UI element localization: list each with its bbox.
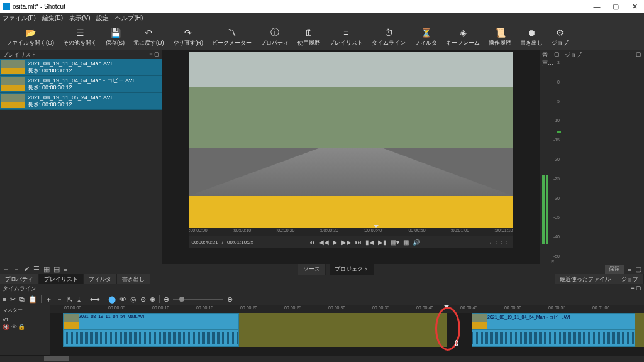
menu-help[interactable]: ヘルプ(H) [115,14,143,23]
tab-recent[interactable]: 最近使ったファイル [555,274,616,284]
rewind-icon[interactable]: ◀◀ [319,239,329,246]
track-v1[interactable]: V1 🔇 👁 🔒 [0,315,50,356]
play-icon[interactable]: ▶ [333,239,338,246]
timeline-clip-1-audio[interactable] [63,329,239,347]
toolbar-タイムライン[interactable]: ⏱タイムライン [368,26,409,48]
playlist-header: プレイリスト≡ ▢ [0,50,162,59]
next-icon[interactable]: ▶▮ [378,239,387,246]
menubar: ファイル(F) 編集(E) 表示(V) 設定 ヘルプ(H) [0,13,644,24]
split-icon[interactable]: ⟷ [90,295,100,304]
timeline-ruler[interactable]: :00:00:00:00:00:05:00:00:10:00:00:15:00:… [50,305,644,313]
scrub-icon[interactable]: 👁 [119,295,126,303]
preview-ruler[interactable]: :00:00:00:00:00:10:00:00:20:00:00:30:00:… [189,228,513,236]
panel-close-icon[interactable]: ▢ [554,51,560,58]
playlist-item[interactable]: 2021_08_19_11_05_24_Man.AVI長さ: 00:00:30:… [0,93,162,110]
cut-icon[interactable]: ✂ [10,295,16,304]
copy-icon[interactable]: ⧉ [19,295,25,304]
menu-file[interactable]: ファイル(F) [3,14,36,23]
add-icon[interactable]: ＋ [3,265,9,274]
mute-icon[interactable]: 🔇 [3,324,9,330]
timeline-gap-2[interactable] [635,313,644,347]
ripple-icon[interactable]: ◎ [130,295,136,304]
menu-edit[interactable]: 編集(E) [42,14,63,23]
toolbar-ピークメーター[interactable]: 〽ピークメーター [208,26,255,48]
prev-icon[interactable]: ▮◀ [365,239,374,246]
list-icon[interactable]: ☰ [33,265,40,273]
grid-icon[interactable]: ▦ [403,239,409,246]
toolbar-ファイルを開く(O)[interactable]: 📂ファイルを開く(O) [3,26,58,48]
check-icon[interactable]: ✔ [24,265,30,273]
menu-icon[interactable]: ≡ [3,295,6,303]
ripple-markers-icon[interactable]: ⊕ [150,295,155,304]
toolbar-フィルタ[interactable]: ⏳フィルタ [411,26,441,48]
timeline-clip-1[interactable]: 2021_08_19_11_04_54_Man.AVI [63,313,239,329]
timeline-clip-2-audio[interactable] [472,329,635,347]
toolbar-保存(S)[interactable]: 💾保存(S) [102,26,128,48]
zoom-timecode: -------- / --:--:--:-- [475,239,511,245]
zoom-in-icon[interactable]: ⊕ [227,295,233,304]
video-preview[interactable] [189,52,513,228]
menu-icon[interactable]: ≡ [64,265,67,273]
timeline-scrollbar[interactable] [0,356,644,362]
toolbar-操作履歴[interactable]: 📜操作履歴 [485,26,515,48]
toolbar-icon: ⏳ [420,27,431,38]
tab-export[interactable]: 書き出し [117,274,150,284]
zoom-slider[interactable] [173,299,223,300]
toolbar-プレイリスト[interactable]: ≡プレイリスト [325,26,367,48]
source-tab[interactable]: ソース [298,264,326,275]
close-button[interactable]: ✕ [625,0,644,13]
toolbar-icon: ↷ [182,27,194,38]
skip-end-icon[interactable]: ⏭ [355,239,362,246]
toolbar-キーフレーム[interactable]: ◈キーフレーム [442,26,484,48]
minimize-button[interactable]: — [587,0,606,13]
skip-start-icon[interactable]: ⏮ [309,239,315,246]
lock-icon[interactable]: 🔒 [18,324,25,330]
toolbar-やり直す(R)[interactable]: ↷やり直す(R) [169,26,208,48]
remove-icon[interactable]: － [13,265,20,274]
maximize-button[interactable]: ▢ [606,0,625,13]
remove-icon[interactable]: － [56,295,63,304]
project-tab[interactable]: プロジェクト [330,264,374,275]
grid-icon[interactable]: ▦ [43,265,50,273]
toolbar-プロパティ[interactable]: ⓘプロパティ [257,26,292,48]
tab-jobs[interactable]: ジョブ [616,274,644,284]
close-panel-icon[interactable]: ▢ [635,265,641,273]
playlist-item[interactable]: 2021_08_19_11_04_54_Man.AVI長さ: 00:00:30:… [0,59,162,76]
append-icon[interactable]: ＋ [45,295,52,304]
toolbar-その他を開く[interactable]: ☰その他を開く [59,26,101,48]
toolbar-ジョブ[interactable]: ⚙ジョブ [548,26,572,48]
playlist-item[interactable]: 2021_08_19_11_04_54_Man - コピー.AVI長さ: 00:… [0,76,162,93]
lift-icon[interactable]: ⇱ [67,295,72,304]
panel-menu-icon[interactable]: ≡ ▢ [631,285,641,292]
zoom-menu-icon[interactable]: ▦▾ [391,239,399,246]
timeline-gap[interactable] [239,313,447,347]
hide-icon[interactable]: 👁 [11,324,17,330]
fastfwd-icon[interactable]: ▶▶ [341,239,352,246]
menu-settings[interactable]: 設定 [96,14,109,23]
paste-icon[interactable]: 📋 [28,295,37,304]
tiles-icon[interactable]: ▤ [53,265,60,273]
overwrite-icon[interactable]: ⤓ [76,295,82,304]
playhead[interactable] [447,305,447,356]
timeline-clip-2[interactable]: 2021_08_19_11_04_54_Man - コピー.AVI [472,313,635,329]
toolbar-使用履歴[interactable]: 🗓使用履歴 [294,26,324,48]
tab-filters[interactable]: フィルタ [84,274,117,284]
toolbar-書き出し[interactable]: ⏺書き出し [516,26,547,48]
panel-menu-icon[interactable]: ≡ ▢ [149,51,160,58]
tab-playlist[interactable]: プレイリスト [39,274,84,284]
timecode-current[interactable]: 00:00:40:21 [192,239,218,245]
tab-properties[interactable]: プロパティ [0,274,39,284]
hamburger-icon[interactable]: ≡ [628,265,631,273]
menu-view[interactable]: 表示(V) [69,14,90,23]
ripple-all-icon[interactable]: ⊛ [140,295,146,304]
volume-icon[interactable]: 🔊 [413,239,420,246]
toolbar-元に戻す(U)[interactable]: ↶元に戻す(U) [130,26,168,48]
panel-close-icon[interactable]: ▢ [636,51,641,58]
pending-button[interactable]: 保留 [605,265,624,274]
snap-icon[interactable]: ⬤ [108,295,116,304]
timeline-track[interactable]: 2021_08_19_11_04_54_Man.AVI 2021_08_19_1… [50,313,644,347]
toolbar-icon: ⓘ [269,27,280,38]
track-master[interactable]: マスター [0,305,50,315]
playlist-thumb [1,77,25,91]
zoom-out-icon[interactable]: ⊖ [164,295,169,304]
